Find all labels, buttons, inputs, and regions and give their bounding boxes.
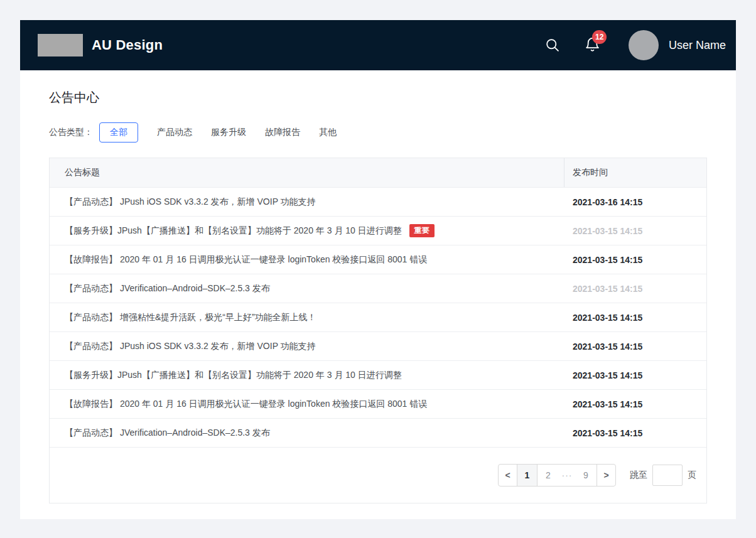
logo[interactable]: AU Design bbox=[38, 34, 163, 56]
publish-date: 2021-03-15 14:15 bbox=[564, 245, 706, 274]
column-header-date: 发布时间 bbox=[564, 158, 706, 187]
filter-option-3[interactable]: 故障报告 bbox=[265, 127, 300, 138]
pager-group: < 1 2 ··· 9 > bbox=[498, 464, 616, 487]
notification-badge: 12 bbox=[592, 30, 607, 44]
publish-date: 2021-03-15 14:15 bbox=[564, 274, 706, 303]
search-icon[interactable] bbox=[544, 37, 561, 54]
announcement-table: 公告标题 发布时间 【产品动态】 JPush iOS SDK v3.3.2 发布… bbox=[49, 158, 707, 503]
filter-option-4[interactable]: 其他 bbox=[319, 127, 337, 138]
publish-date: 2021-03-15 14:15 bbox=[564, 419, 706, 447]
announcement-center-page: 公告中心 公告类型： 全部 产品动态 服务升级 故障报告 其他 公告标题 发布时… bbox=[20, 70, 736, 503]
pagination-page-2[interactable]: 2 bbox=[539, 465, 558, 486]
announcement-row[interactable]: 【故障报告】 2020 年 01 月 16 日调用极光认证一键登录 loginT… bbox=[50, 245, 706, 274]
page-unit-label: 页 bbox=[688, 470, 696, 481]
publish-date: 2021-03-16 14:15 bbox=[564, 188, 706, 216]
announcement-row[interactable]: 【产品动态】 增强粘性&提升活跃，极光“早上好”功能全新上线！ 2021-03-… bbox=[50, 303, 706, 331]
table-header-row: 公告标题 发布时间 bbox=[50, 158, 706, 187]
pagination-middle-pages: 2 ··· 9 bbox=[537, 465, 597, 486]
announcement-row[interactable]: 【产品动态】 JPush iOS SDK v3.3.2 发布，新增 VOIP 功… bbox=[50, 187, 706, 216]
pagination-prev-button[interactable]: < bbox=[499, 465, 517, 486]
filter-options: 全部 产品动态 服务升级 故障报告 其他 bbox=[99, 122, 337, 143]
announcement-title-cell: 【故障报告】 2020 年 01 月 16 日调用极光认证一键登录 loginT… bbox=[50, 245, 564, 274]
announcement-title-cell: 【产品动态】 增强粘性&提升活跃，极光“早上好”功能全新上线！ bbox=[50, 303, 564, 331]
page-title: 公告中心 bbox=[49, 70, 707, 106]
announcement-title: 【产品动态】 JVerification–Android–SDK–2.5.3 发… bbox=[65, 283, 270, 294]
announcement-row[interactable]: 【服务升级】JPush【广播推送】和【别名设置】功能将于 2020 年 3 月 … bbox=[50, 360, 706, 389]
filter-bar: 公告类型： 全部 产品动态 服务升级 故障报告 其他 bbox=[49, 122, 707, 143]
announcement-title-cell: 【服务升级】JPush【广播推送】和【别名设置】功能将于 2020 年 3 月 … bbox=[50, 361, 564, 389]
pagination-ellipsis[interactable]: ··· bbox=[558, 465, 576, 486]
announcement-row[interactable]: 【产品动态】 JVerification–Android–SDK–2.5.3 发… bbox=[50, 274, 706, 303]
important-badge: 重要 bbox=[409, 224, 435, 237]
announcement-row[interactable]: 【故障报告】 2020 年 01 月 16 日调用极光认证一键登录 loginT… bbox=[50, 389, 706, 418]
topbar-actions: 12 User Name bbox=[544, 30, 726, 60]
announcement-title: 【产品动态】 JPush iOS SDK v3.3.2 发布，新增 VOIP 功… bbox=[65, 196, 316, 208]
announcement-title: 【故障报告】 2020 年 01 月 16 日调用极光认证一键登录 loginT… bbox=[65, 399, 427, 410]
pagination-page-1[interactable]: 1 bbox=[517, 465, 537, 486]
pagination-next-button[interactable]: > bbox=[597, 465, 615, 486]
notifications-button[interactable]: 12 bbox=[584, 36, 601, 55]
announcement-title-cell: 【产品动态】 JPush iOS SDK v3.3.2 发布，新增 VOIP 功… bbox=[50, 332, 564, 360]
filter-option-2[interactable]: 服务升级 bbox=[211, 127, 246, 138]
pagination: < 1 2 ··· 9 > 跳至 页 bbox=[50, 447, 706, 503]
filter-label: 公告类型： bbox=[49, 127, 93, 138]
user-avatar[interactable] bbox=[629, 30, 659, 60]
logo-image bbox=[38, 34, 83, 56]
jump-to-label: 跳至 bbox=[630, 470, 647, 481]
announcement-title: 【产品动态】 JVerification–Android–SDK–2.5.3 发… bbox=[65, 428, 270, 439]
announcement-title-cell: 【故障报告】 2020 年 01 月 16 日调用极光认证一键登录 loginT… bbox=[50, 390, 564, 418]
column-header-title: 公告标题 bbox=[50, 158, 564, 187]
publish-date: 2021-03-15 14:15 bbox=[564, 303, 706, 331]
pagination-page-9[interactable]: 9 bbox=[576, 465, 595, 486]
publish-date: 2021-03-15 14:15 bbox=[564, 217, 706, 245]
announcement-title-cell: 【产品动态】 JPush iOS SDK v3.3.2 发布，新增 VOIP 功… bbox=[50, 188, 564, 216]
top-navbar: AU Design 12 User Name bbox=[20, 20, 736, 70]
announcement-title-cell: 【服务升级】JPush【广播推送】和【别名设置】功能将于 2020 年 3 月 … bbox=[50, 217, 564, 245]
announcement-title: 【故障报告】 2020 年 01 月 16 日调用极光认证一键登录 loginT… bbox=[65, 254, 427, 266]
user-name[interactable]: User Name bbox=[669, 39, 726, 52]
jump-page-input[interactable] bbox=[652, 465, 683, 486]
app-window: AU Design 12 User Name bbox=[20, 20, 736, 519]
announcement-title: 【产品动态】 JPush iOS SDK v3.3.2 发布，新增 VOIP 功… bbox=[65, 341, 316, 352]
announcement-title: 【服务升级】JPush【广播推送】和【别名设置】功能将于 2020 年 3 月 … bbox=[65, 225, 402, 237]
publish-date: 2021-03-15 14:15 bbox=[564, 390, 706, 418]
announcement-title: 【服务升级】JPush【广播推送】和【别名设置】功能将于 2020 年 3 月 … bbox=[65, 370, 402, 381]
announcement-row[interactable]: 【产品动态】 JVerification–Android–SDK–2.5.3 发… bbox=[50, 418, 706, 447]
publish-date: 2021-03-15 14:15 bbox=[564, 361, 706, 389]
publish-date: 2021-03-15 14:15 bbox=[564, 332, 706, 360]
announcement-row[interactable]: 【产品动态】 JPush iOS SDK v3.3.2 发布，新增 VOIP 功… bbox=[50, 331, 706, 360]
filter-option-1[interactable]: 产品动态 bbox=[157, 127, 192, 138]
filter-option-0[interactable]: 全部 bbox=[99, 122, 138, 143]
brand-name: AU Design bbox=[92, 37, 163, 53]
announcement-title: 【产品动态】 增强粘性&提升活跃，极光“早上好”功能全新上线！ bbox=[65, 312, 316, 323]
table-body: 【产品动态】 JPush iOS SDK v3.3.2 发布，新增 VOIP 功… bbox=[50, 187, 706, 447]
announcement-title-cell: 【产品动态】 JVerification–Android–SDK–2.5.3 发… bbox=[50, 274, 564, 303]
announcement-title-cell: 【产品动态】 JVerification–Android–SDK–2.5.3 发… bbox=[50, 419, 564, 447]
announcement-row[interactable]: 【服务升级】JPush【广播推送】和【别名设置】功能将于 2020 年 3 月 … bbox=[50, 216, 706, 245]
